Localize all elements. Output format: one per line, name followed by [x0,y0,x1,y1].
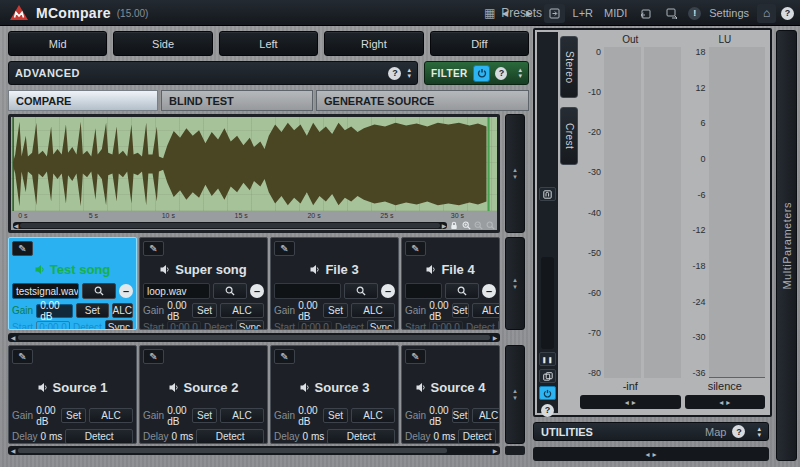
alc-button[interactable]: ALC [472,303,500,318]
detect-button[interactable]: Detect [65,429,133,444]
remove-file-button[interactable]: – [119,284,133,298]
tab-crest[interactable]: Crest [560,107,578,165]
bottom-scrollbar[interactable]: ◀ ▶ [8,446,500,455]
set-gain-button[interactable]: Set [452,408,469,423]
sources-resize-handle[interactable]: ▴ ▾ [505,345,525,444]
channel-button-left[interactable]: Left [219,31,318,56]
filter-power-button[interactable] [473,65,491,82]
zoom-reset-icon[interactable] [485,221,495,230]
remove-file-button[interactable]: – [482,284,496,298]
gain-value[interactable]: 0.00 dB [36,304,73,318]
meter-pan-scrollbar[interactable]: ◂ ▸ [533,447,769,461]
bottom-scroll-thumb[interactable] [18,448,447,453]
gain-value[interactable]: 0.00 dB [298,300,320,322]
tab-blind-test[interactable]: BLIND TEST [161,90,313,111]
edit-button[interactable]: ✎ [12,349,33,364]
slots-resize-handle[interactable]: ▴ ▾ [505,237,525,330]
utilities-panel-header[interactable]: UTILITIES Map ? ▴ ▾ [533,422,769,441]
waveform-scrollbar[interactable]: ◀ ▶ [13,222,447,229]
file-name-field[interactable]: testsignal.wav [12,283,79,299]
slots-scrollbar[interactable]: ◀ ▶ [8,333,500,342]
meter-settings-icon[interactable] [539,187,556,201]
multiparameters-collapsed-panel[interactable]: MultiParameters [776,30,797,461]
lock-icon[interactable] [449,221,459,230]
alc-button[interactable]: ALC [112,303,133,318]
out-meter-bars[interactable] [604,47,681,378]
meter-help-button[interactable]: ? [539,403,556,417]
tab-generate-source[interactable]: GENERATE SOURCE [316,90,529,111]
meter-power-button[interactable] [539,386,556,400]
alc-button[interactable]: ALC [220,408,264,423]
advanced-panel-header[interactable]: ADVANCED ? ▴ ▾ [8,61,418,85]
detect-button[interactable]: Detect [196,429,264,444]
source-slot-1[interactable]: ✎ Source 1 Gain 0.00 dB Set ALC Delay 0 … [8,345,137,444]
scroll-left-icon[interactable]: ◀ [13,222,19,229]
remove-file-button[interactable]: – [250,284,264,298]
filter-panel-header[interactable]: FILTER ? ▴ ▾ [424,61,529,85]
source-slot-3[interactable]: ✎ Source 3 Gain 0.00 dB Set ALC Delay 0 … [270,345,399,444]
tab-stereo[interactable]: Stereo [560,36,578,98]
gain-value[interactable]: 0.00 dB [429,405,448,427]
alc-button[interactable]: ALC [472,408,500,423]
set-gain-button[interactable]: Set [192,408,217,423]
waveform-display[interactable] [11,117,497,211]
alc-button[interactable]: ALC [351,408,395,423]
file-slot-1[interactable]: ✎ Test song testsignal.wav – Gain 0.00 d… [8,237,137,330]
edit-button[interactable]: ✎ [12,241,33,256]
source-slot-2[interactable]: ✎ Source 2 Gain 0.00 dB Set ALC Delay 0 … [139,345,268,444]
detect-button[interactable]: Detect [327,429,395,444]
prev-preset-button[interactable]: ◀ [496,4,515,23]
scroll-left-icon[interactable]: ◀ [10,447,16,454]
alc-button[interactable]: ALC [351,303,395,318]
sync-button[interactable]: Sync [367,320,395,330]
help-button[interactable]: ? [781,7,794,20]
ab-compare-button[interactable] [661,4,683,23]
map-button[interactable]: Map [705,426,726,438]
channel-button-side[interactable]: Side [113,31,212,56]
edit-button[interactable]: ✎ [143,241,164,256]
utilities-collapse-control[interactable]: ▴ ▾ [757,426,761,438]
midi-button[interactable]: MIDI [601,4,630,23]
edit-button[interactable]: ✎ [405,241,426,256]
tab-compare[interactable]: COMPARE [8,90,158,111]
set-gain-button[interactable]: Set [61,408,86,423]
set-gain-button[interactable]: Set [76,303,108,318]
browse-button[interactable] [213,283,247,299]
out-meter-range-control[interactable]: ◂ ▸ [580,395,681,409]
file-slot-4[interactable]: ✎ File 4 – Gain 0.00 dB Set ALC Start [401,237,500,330]
delay-value[interactable]: 0 ms [434,431,456,442]
file-name-field[interactable] [274,283,341,299]
settings-button[interactable]: Settings [706,4,752,23]
file-name-field[interactable]: loop.wav [143,283,210,299]
waveform-scroll-thumb[interactable] [20,223,440,228]
lu-meter-bars[interactable] [709,47,765,378]
filter-help-icon[interactable]: ? [495,67,507,80]
undo-button[interactable] [635,4,656,23]
set-gain-button[interactable]: Set [323,303,348,318]
file-name-field[interactable] [405,283,442,299]
browse-button[interactable] [445,283,479,299]
file-slot-2[interactable]: ✎ Super song loop.wav – Gain 0.00 dB Set… [139,237,268,330]
remove-file-button[interactable]: – [381,284,395,298]
next-preset-button[interactable]: ▶ [520,4,539,23]
sync-button[interactable]: Sync [498,320,500,330]
meter-slider[interactable] [541,257,554,349]
sync-button[interactable]: Sync [236,320,264,330]
scroll-left-icon[interactable]: ◀ [10,334,16,341]
set-gain-button[interactable]: Set [452,303,469,318]
gain-value[interactable]: 0.00 dB [298,405,320,427]
gain-value[interactable]: 0.00 dB [429,300,448,322]
advanced-collapse-control[interactable]: ▴ ▾ [407,67,411,79]
detect-button[interactable]: Detect [458,429,496,444]
lu-meter-range-control[interactable]: ◂ ▸ [685,395,765,409]
channel-button-diff[interactable]: Diff [430,31,529,56]
file-slot-3[interactable]: ✎ File 3 – Gain 0.00 dB Set ALC Start [270,237,399,330]
source-slot-4[interactable]: ✎ Source 4 Gain 0.00 dB Set ALC Delay 0 … [401,345,500,444]
zoom-out-icon[interactable] [473,221,483,230]
gain-value[interactable]: 0.00 dB [36,405,58,427]
zoom-in-icon[interactable] [461,221,471,230]
sync-button[interactable]: Sync [105,320,133,330]
advanced-help-icon[interactable]: ? [388,67,401,80]
set-gain-button[interactable]: Set [192,303,217,318]
channel-button-right[interactable]: Right [324,31,423,56]
